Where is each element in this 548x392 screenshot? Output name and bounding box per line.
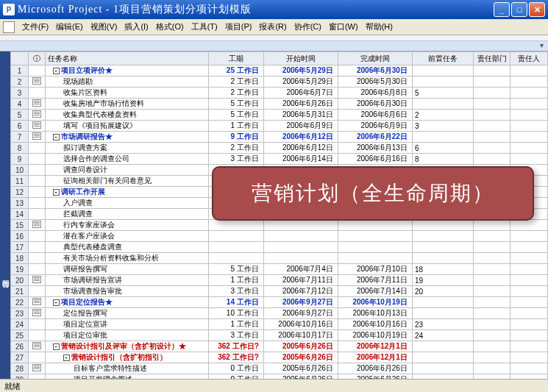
duration-cell[interactable]: 14 工作日 [208,297,263,308]
menu-window[interactable]: 窗口(W) [326,20,361,34]
resp-cell[interactable] [510,352,548,363]
dept-cell[interactable] [473,275,510,286]
resp-cell[interactable] [510,341,548,352]
start-cell[interactable]: 2006年5月29日 [263,65,338,76]
table-row[interactable]: 7-市场调研报告★9 工作日2006年6月12日2006年6月22日 [11,132,548,143]
start-cell[interactable]: 2006年7月12日 [263,286,338,297]
start-cell[interactable] [263,220,338,231]
task-name-cell[interactable]: 市场调查报告审批 [45,286,208,297]
row-number[interactable]: 26 [11,341,29,352]
start-cell[interactable]: 2005年6月26日 [263,363,338,374]
task-name-cell[interactable]: 目标客户需求特性描述 [45,363,208,374]
pred-cell[interactable]: 19 [412,275,473,286]
duration-cell[interactable]: 3 工作日 [208,330,263,341]
table-row[interactable]: 19调研报告撰写5 工作日2006年7月4日2006年7月10日18 [11,264,548,275]
col-finish[interactable]: 完成时间 [338,52,412,65]
duration-cell[interactable]: 3 工作日 [208,154,263,165]
task-name-cell[interactable]: 调研报告撰写 [45,264,208,275]
row-number[interactable]: 10 [11,165,29,176]
resp-cell[interactable] [510,143,548,154]
resp-cell[interactable] [510,297,548,308]
table-row[interactable]: 2现场踏勘2 工作日2006年5月29日2006年5月30日 [11,76,548,88]
start-cell[interactable] [263,253,338,264]
start-cell[interactable]: 2006年6月26日 [263,99,338,110]
task-name-cell[interactable]: 现场踏勘 [45,76,208,88]
row-number[interactable]: 7 [11,132,29,143]
menu-help[interactable]: 帮助(H) [363,20,396,34]
table-row[interactable]: 28目标客户需求特性描述0 工作日2005年6月26日2006年6月26日 [11,363,548,374]
pred-cell[interactable]: 6 [412,143,473,154]
duration-cell[interactable]: 25 工作日 [208,65,263,76]
row-number[interactable]: 3 [11,88,29,99]
task-name-cell[interactable]: 填写《项目拓展建议》 [45,121,208,132]
dept-cell[interactable] [473,286,510,297]
duration-cell[interactable]: 0 工作日 [208,363,263,374]
maximize-button[interactable]: □ [511,2,527,17]
start-cell[interactable]: 2006年7月11日 [263,275,338,286]
row-number[interactable]: 19 [11,264,29,275]
duration-cell[interactable] [208,253,263,264]
dept-cell[interactable] [473,110,510,121]
resp-cell[interactable] [510,110,548,121]
task-name-cell[interactable]: 项目定位宣讲 [45,319,208,330]
finish-cell[interactable]: 2006年6月8日 [338,88,412,99]
pred-cell[interactable] [412,132,473,143]
pred-cell[interactable] [412,231,473,242]
dept-cell[interactable] [473,330,510,341]
menu-report[interactable]: 报表(R) [256,20,289,34]
entry-bar[interactable] [0,41,548,51]
menu-file[interactable]: 文件(F) [19,20,51,34]
dept-cell[interactable] [473,352,510,363]
pred-cell[interactable] [412,242,473,253]
table-row[interactable]: 18有关市场分析资料收集和分析 [11,253,548,264]
table-row[interactable]: 4收集房地产市场行情资料5 工作日2006年6月26日2006年6月30日 [11,99,548,110]
finish-cell[interactable]: 2006年6月26日 [338,363,412,374]
task-name-cell[interactable]: 入户调查 [45,198,208,209]
duration-cell[interactable]: 10 工作日 [208,308,263,319]
row-number[interactable]: 24 [11,319,29,330]
start-cell[interactable]: 2006年6月12日 [263,132,338,143]
start-cell[interactable] [263,231,338,242]
col-taskname[interactable]: 任务名称 [45,52,208,65]
finish-cell[interactable]: 2006年6月16日 [338,154,412,165]
duration-cell[interactable]: 9 工作日 [208,132,263,143]
duration-cell[interactable]: 362 工作日? [208,341,263,352]
resp-cell[interactable] [510,275,548,286]
pred-cell[interactable]: 5 [412,88,473,99]
resp-cell[interactable] [510,132,548,143]
pred-cell[interactable]: 20 [412,286,473,297]
resp-cell[interactable] [510,319,548,330]
col-dept[interactable]: 责任部门 [473,52,510,65]
table-row[interactable]: 27-营销设计指引（含扩初指引）362 工作日?2005年6月26日2006年1… [11,352,548,363]
resp-cell[interactable] [510,220,548,231]
duration-cell[interactable]: 1 工作日 [208,275,263,286]
resp-cell[interactable] [510,99,548,110]
pred-cell[interactable]: 2 [412,110,473,121]
start-cell[interactable]: 2005年6月26日 [263,341,338,352]
row-number[interactable]: 23 [11,308,29,319]
task-name-cell[interactable]: 选择合作的调查公司 [45,154,208,165]
pred-cell[interactable]: 3 [412,121,473,132]
row-number[interactable]: 4 [11,99,29,110]
dept-cell[interactable] [473,154,510,165]
resp-cell[interactable] [510,363,548,374]
duration-cell[interactable]: 2 工作日 [208,88,263,99]
start-cell[interactable]: 2006年9月27日 [263,297,338,308]
table-row[interactable]: 24项目定位宣讲1 工作日2006年10月16日2006年10月16日23 [11,319,548,330]
start-cell[interactable]: 2006年5月31日 [263,110,338,121]
start-cell[interactable]: 2006年9月27日 [263,308,338,319]
menu-edit[interactable]: 编辑(E) [53,20,86,34]
finish-cell[interactable]: 2006年6月13日 [338,143,412,154]
row-number[interactable]: 8 [11,143,29,154]
row-number[interactable]: 6 [11,121,29,132]
pred-cell[interactable] [412,253,473,264]
task-name-cell[interactable]: -营销设计指引（含扩初指引） [45,352,208,363]
resp-cell[interactable] [510,88,548,99]
view-bar[interactable]: 甘特图 [0,51,10,379]
row-number[interactable]: 9 [11,154,29,165]
menu-view[interactable]: 视图(V) [88,20,121,34]
menu-format[interactable]: 格式(O) [153,20,187,34]
start-cell[interactable]: 2006年5月29日 [263,76,338,88]
dept-cell[interactable] [473,99,510,110]
start-cell[interactable]: 2006年10月17日 [263,330,338,341]
